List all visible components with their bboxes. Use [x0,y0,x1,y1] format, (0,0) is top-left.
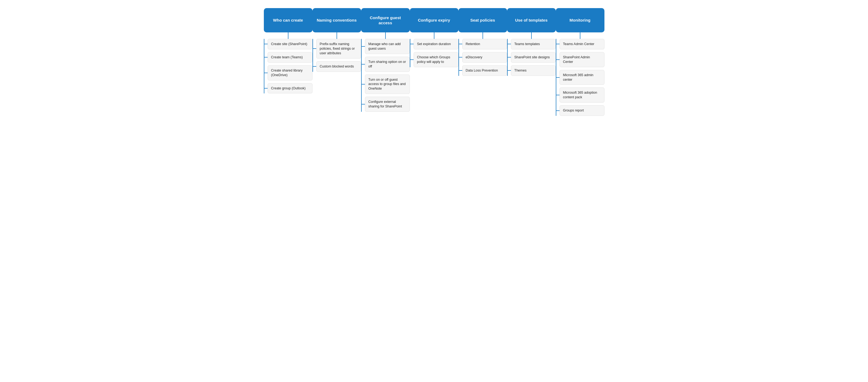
items-container-configure-guest-access: Manage who can add guest usersTurn shari… [361,39,410,112]
connector-monitoring [580,32,580,39]
connector-configure-guest-access [385,32,386,39]
items-container-naming-conventions: Prefix-suffix naming policies, fixed str… [312,39,361,72]
item-box-configure-expiry-1: Choose which Groups policy will apply to [413,52,459,67]
item-box-configure-guest-access-1: Turn sharing option on or off [365,57,410,72]
item-box-use-of-templates-0: Teams templates [511,39,556,49]
connector-use-of-templates [531,32,532,39]
column-who-can-create: Who can createCreate site (SharePoint)Cr… [264,8,312,94]
list-item: Data Loss Prevention [462,65,507,76]
item-box-use-of-templates-2: Themes [511,65,556,76]
item-box-naming-conventions-0: Prefix-suffix naming policies, fixed str… [316,39,361,59]
item-box-configure-guest-access-2: Turn on or off guest access to group fil… [365,74,410,94]
list-item: Create team (Teams) [268,52,312,63]
header-monitoring: Monitoring [556,8,604,32]
item-box-naming-conventions-1: Custom blocked words [316,61,361,72]
items-container-who-can-create: Create site (SharePoint)Create team (Tea… [264,39,312,94]
list-item: Turn on or off guest access to group fil… [365,74,410,94]
item-box-use-of-templates-1: SharePoint site designs [511,52,556,63]
list-item: Turn sharing option on or off [365,57,410,72]
list-item: Teams templates [511,39,556,49]
item-box-monitoring-4: Groups report [560,105,604,116]
header-who-can-create: Who can create [264,8,312,32]
item-box-configure-guest-access-0: Manage who can add guest users [365,39,410,54]
diagram: Who can createCreate site (SharePoint)Cr… [5,8,863,116]
column-naming-conventions: Naming conventionsPrefix-suffix naming p… [312,8,361,72]
list-item: Microsoft 365 admin center [560,70,604,85]
connector-naming-conventions [337,32,337,39]
item-box-who-can-create-0: Create site (SharePoint) [268,39,312,49]
column-use-of-templates: Use of templatesTeams templatesSharePoin… [507,8,556,76]
items-container-seat-policies: RetentioneDiscoveryData Loss Prevention [459,39,507,76]
header-use-of-templates: Use of templates [507,8,556,32]
list-item: Prefix-suffix naming policies, fixed str… [316,39,361,59]
header-naming-conventions: Naming conventions [312,8,361,32]
item-box-configure-expiry-0: Set expiration duration [413,39,459,49]
items-container-monitoring: Teams Admin CenterSharePoint Admin Cente… [556,39,604,116]
list-item: Teams Admin Center [560,39,604,49]
connector-seat-policies [483,32,483,39]
list-item: Groups report [560,105,604,116]
item-box-seat-policies-1: eDiscovery [462,52,507,63]
list-item: Manage who can add guest users [365,39,410,54]
column-seat-policies: Seat policiesRetentioneDiscoveryData Los… [459,8,507,76]
item-box-monitoring-2: Microsoft 365 admin center [560,70,604,85]
list-item: SharePoint site designs [511,52,556,63]
item-box-monitoring-3: Microsoft 365 adoption content pack [560,88,604,103]
item-box-who-can-create-3: Create group (Outlook) [268,83,312,94]
item-box-monitoring-1: SharePoint Admin Center [560,52,604,67]
list-item: Choose which Groups policy will apply to [413,52,459,67]
list-item: Custom blocked words [316,61,361,72]
list-item: Create site (SharePoint) [268,39,312,49]
item-box-who-can-create-1: Create team (Teams) [268,52,312,63]
column-configure-guest-access: Configure guest accessManage who can add… [361,8,410,112]
item-box-seat-policies-2: Data Loss Prevention [462,65,507,76]
list-item: Retention [462,39,507,49]
list-item: Create group (Outlook) [268,83,312,94]
header-configure-expiry: Configure expiry [410,8,459,32]
item-box-who-can-create-2: Create shared library (OneDrive) [268,65,312,80]
column-monitoring: MonitoringTeams Admin CenterSharePoint A… [556,8,604,116]
connector-configure-expiry [434,32,434,39]
item-box-monitoring-0: Teams Admin Center [560,39,604,49]
items-container-configure-expiry: Set expiration durationChoose which Grou… [410,39,459,67]
header-seat-policies: Seat policies [459,8,507,32]
list-item: Configure external sharing for SharePoin… [365,97,410,112]
header-configure-guest-access: Configure guest access [361,8,410,32]
item-box-configure-guest-access-3: Configure external sharing for SharePoin… [365,97,410,112]
list-item: SharePoint Admin Center [560,52,604,67]
item-box-seat-policies-0: Retention [462,39,507,49]
connector-who-can-create [288,32,288,39]
column-configure-expiry: Configure expirySet expiration durationC… [410,8,459,67]
list-item: Microsoft 365 adoption content pack [560,88,604,103]
list-item: Themes [511,65,556,76]
list-item: Set expiration duration [413,39,459,49]
items-container-use-of-templates: Teams templatesSharePoint site designsTh… [507,39,556,76]
list-item: Create shared library (OneDrive) [268,65,312,80]
list-item: eDiscovery [462,52,507,63]
